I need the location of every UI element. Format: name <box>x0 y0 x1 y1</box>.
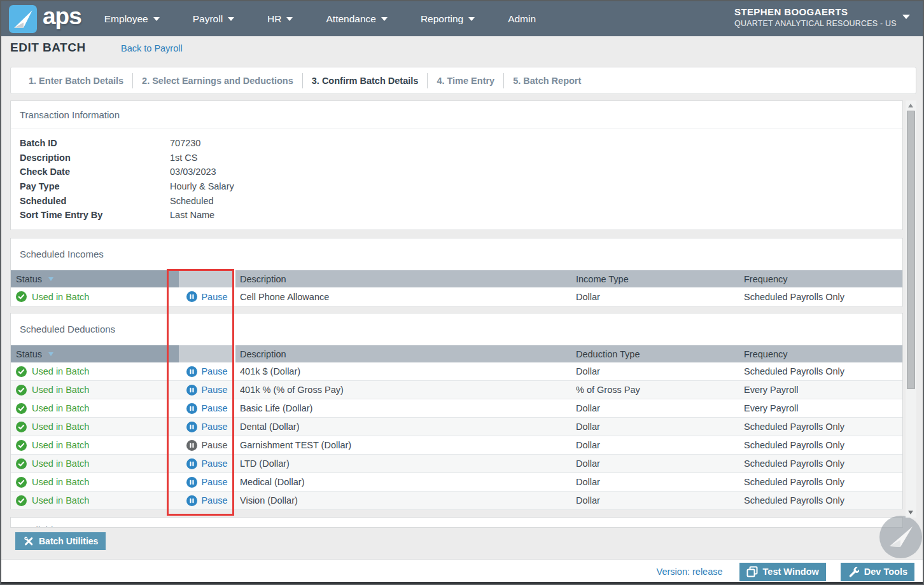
pause-circle-icon <box>186 291 197 302</box>
scheduled-deductions-section: Scheduled Deductions Status Description … <box>10 313 903 509</box>
check-circle-icon <box>16 495 27 506</box>
nav-item-label: HR <box>267 13 281 25</box>
description-cell: Vision (Dollar) <box>235 492 575 509</box>
pause-label: Pause <box>201 458 227 469</box>
vertical-scrollbar[interactable] <box>906 100 916 518</box>
pause-label: Pause <box>201 292 227 302</box>
pause-button[interactable]: Pause <box>179 399 235 417</box>
type-cell: Dollar <box>575 362 743 380</box>
used-in-batch-label: Used in Batch <box>32 440 89 450</box>
pause-button[interactable]: Pause <box>179 381 235 399</box>
section-title-available-incomes: Available Incomes <box>11 518 902 528</box>
deductions-table-header: Status Description Deduction Type Freque… <box>11 345 902 362</box>
pause-button[interactable]: Pause <box>179 455 235 472</box>
column-header-status[interactable]: Status <box>11 345 179 362</box>
pause-label: Pause <box>201 495 227 506</box>
type-cell: Dollar <box>575 399 743 417</box>
nav-item-hr[interactable]: HR <box>267 13 293 25</box>
table-row: Used in BatchPauseBasic Life (Dollar)Dol… <box>11 399 902 418</box>
window-bottom-edge <box>1 582 923 584</box>
overlapping-windows-icon <box>746 566 758 577</box>
batch-utilities-button[interactable]: Batch Utilities <box>15 532 106 550</box>
dev-tools-button[interactable]: Dev Tools <box>841 563 914 581</box>
type-cell: Dollar <box>575 436 743 454</box>
column-header-status-label: Status <box>16 274 42 284</box>
test-window-label: Test Window <box>763 567 819 577</box>
field-label: Description <box>11 153 170 163</box>
nav-item-reporting[interactable]: Reporting <box>421 13 475 25</box>
paper-plane-icon <box>9 5 37 33</box>
type-cell: % of Gross Pay <box>575 381 743 399</box>
pause-circle-icon <box>186 440 197 451</box>
column-header-status[interactable]: Status <box>11 270 179 287</box>
transaction-field-row: Batch ID707230 <box>11 136 902 151</box>
field-value: Last Name <box>170 210 214 220</box>
status-cell: Used in Batch <box>11 473 179 491</box>
scroll-up-arrow-icon[interactable] <box>908 104 913 107</box>
type-cell: Dollar <box>575 455 743 472</box>
pause-circle-icon <box>186 385 197 396</box>
pause-label: Pause <box>201 440 227 450</box>
nav-item-admin[interactable]: Admin <box>508 13 536 25</box>
step-tab-5[interactable]: 5. Batch Report <box>504 76 590 86</box>
pause-label: Pause <box>201 366 227 376</box>
test-window-button[interactable]: Test Window <box>739 563 826 581</box>
field-label: Pay Type <box>11 181 170 191</box>
column-header-frequency[interactable]: Frequency <box>743 345 902 362</box>
type-cell: Dollar <box>575 473 743 491</box>
frequency-cell: Scheduled Payrolls Only <box>743 362 902 380</box>
transaction-field-row: Sort Time Entry ByLast Name <box>11 208 902 223</box>
pause-button[interactable]: Pause <box>179 436 235 454</box>
pause-button[interactable]: Pause <box>179 473 235 491</box>
description-cell: 401k % (% of Gross Pay) <box>235 381 575 399</box>
status-cell: Used in Batch <box>11 418 179 436</box>
main-nav: EmployeePayrollHRAttendanceReportingAdmi… <box>104 13 536 25</box>
scroll-down-arrow-icon[interactable] <box>908 511 913 514</box>
table-row: Used in BatchPauseMedical (Dollar)Dollar… <box>11 473 902 492</box>
column-header-income-type[interactable]: Income Type <box>575 270 743 287</box>
description-cell: 401k $ (Dollar) <box>235 362 575 380</box>
step-tab-1[interactable]: 1. Enter Batch Details <box>20 76 132 86</box>
pause-button[interactable]: Pause <box>179 418 235 436</box>
step-tab-3[interactable]: 3. Confirm Batch Details <box>303 76 428 86</box>
type-cell: Dollar <box>575 418 743 436</box>
nav-item-payroll[interactable]: Payroll <box>193 13 234 25</box>
column-header-description[interactable]: Description <box>235 270 575 287</box>
user-menu[interactable]: STEPHEN BOOGAERTS QUARTET ANALYTICAL RES… <box>734 6 897 28</box>
sort-caret-down-icon <box>48 352 53 356</box>
scrollbar-thumb[interactable] <box>907 111 915 389</box>
step-tab-4[interactable]: 4. Time Entry <box>428 76 503 86</box>
field-value: 1st CS <box>170 153 198 163</box>
field-value: Hourly & Salary <box>170 181 234 191</box>
pause-button[interactable]: Pause <box>179 287 235 306</box>
check-circle-icon <box>16 458 27 469</box>
description-cell: Medical (Dollar) <box>235 473 575 491</box>
user-menu-chevron-down-icon[interactable] <box>902 15 910 19</box>
aps-logo[interactable]: aps <box>9 4 81 33</box>
pause-label: Pause <box>201 477 227 487</box>
chevron-down-icon <box>153 17 160 21</box>
pause-button[interactable]: Pause <box>179 362 235 380</box>
back-to-payroll-link[interactable]: Back to Payroll <box>121 43 183 53</box>
frequency-cell: Scheduled Payrolls Only <box>743 436 902 454</box>
pause-circle-icon <box>186 422 197 432</box>
check-circle-icon <box>16 385 27 396</box>
used-in-batch-label: Used in Batch <box>32 422 89 432</box>
deductions-table-body: Used in BatchPause401k $ (Dollar)DollarS… <box>11 362 902 510</box>
pause-button[interactable]: Pause <box>179 492 235 509</box>
nav-item-employee[interactable]: Employee <box>104 13 160 25</box>
pause-label: Pause <box>201 403 227 413</box>
transaction-field-row: ScheduledScheduled <box>11 193 902 208</box>
app-window: aps EmployeePayrollHRAttendanceReporting… <box>0 0 924 585</box>
chevron-down-icon <box>381 17 388 21</box>
column-header-deduction-type[interactable]: Deduction Type <box>575 345 743 362</box>
table-row: Used in BatchPauseDental (Dollar)DollarS… <box>11 418 902 436</box>
nav-item-label: Attendance <box>326 13 375 25</box>
column-header-description[interactable]: Description <box>235 345 575 362</box>
nav-item-attendance[interactable]: Attendance <box>326 13 387 25</box>
step-tab-2[interactable]: 2. Select Earnings and Deductions <box>133 76 302 86</box>
section-title-scheduled-deductions: Scheduled Deductions <box>11 313 902 345</box>
description-cell: Basic Life (Dollar) <box>235 399 575 417</box>
status-cell: Used in Batch <box>11 436 179 454</box>
column-header-frequency[interactable]: Frequency <box>743 270 902 287</box>
